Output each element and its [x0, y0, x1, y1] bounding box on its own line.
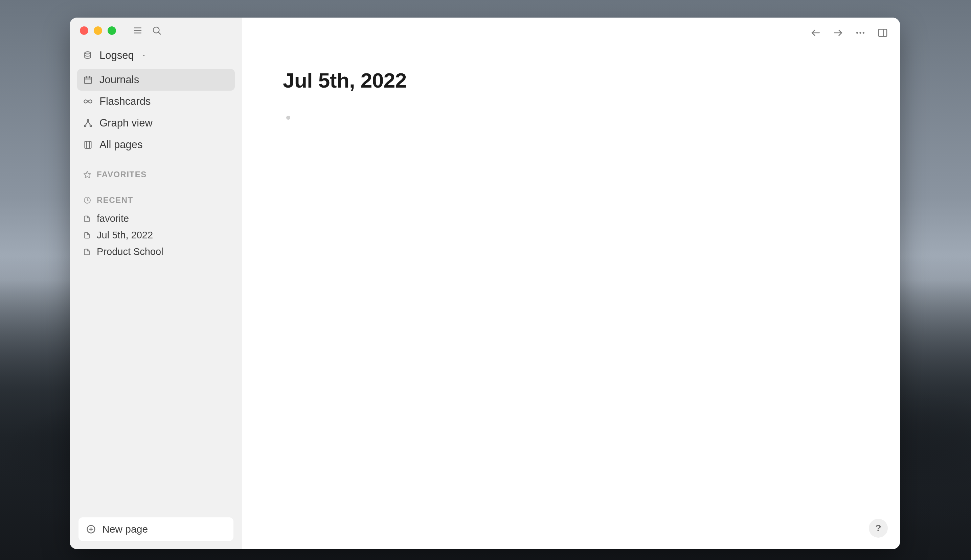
page-icon: [83, 215, 92, 223]
nav-item-journals[interactable]: Journals: [77, 69, 235, 91]
main-pane: Jul 5th, 2022 ?: [242, 18, 900, 549]
favorites-header-label: FAVORITES: [97, 170, 147, 179]
clock-icon: [83, 196, 92, 204]
pages-icon: [83, 140, 93, 150]
chevron-down-icon: [141, 52, 147, 58]
window-close-button[interactable]: [80, 27, 88, 35]
recent-list: favorite Jul 5th, 2022 Product School: [70, 208, 242, 260]
nav-item-label: All pages: [100, 138, 143, 151]
database-icon: [83, 51, 94, 60]
top-right-controls: [809, 27, 889, 39]
nav-back-button[interactable]: [809, 27, 822, 39]
nav-item-graph[interactable]: Graph view: [77, 112, 235, 134]
bullet-icon[interactable]: [286, 116, 290, 120]
nav-item-label: Journals: [100, 74, 139, 86]
sidebar: Logseq Journals Flashcards: [70, 18, 242, 549]
svg-rect-26: [879, 29, 887, 36]
more-menu-button[interactable]: [854, 27, 867, 39]
graph-name: Logseq: [100, 49, 134, 62]
star-icon: [83, 170, 92, 178]
page-title[interactable]: Jul 5th, 2022: [283, 68, 859, 92]
svg-line-4: [158, 32, 161, 35]
new-page-button[interactable]: New page: [78, 517, 234, 541]
calendar-icon: [83, 75, 93, 85]
nav-item-label: Flashcards: [100, 95, 151, 108]
svg-point-23: [856, 32, 858, 33]
svg-point-5: [85, 52, 90, 54]
recent-item[interactable]: Product School: [83, 243, 235, 260]
svg-rect-6: [85, 77, 92, 83]
nav-item-all-pages[interactable]: All pages: [77, 134, 235, 155]
nav-forward-button[interactable]: [832, 27, 844, 39]
svg-marker-16: [84, 171, 91, 178]
recent-item[interactable]: favorite: [83, 210, 235, 227]
window-maximize-button[interactable]: [108, 27, 116, 35]
plus-circle-icon: [86, 524, 96, 534]
svg-line-13: [85, 121, 88, 125]
page-content: Jul 5th, 2022: [242, 18, 900, 123]
page-icon: [83, 232, 92, 239]
block-input[interactable]: [296, 112, 300, 123]
svg-rect-15: [86, 142, 89, 148]
recent-item-label: Product School: [97, 246, 164, 257]
hamburger-icon[interactable]: [132, 24, 144, 37]
graph-icon: [83, 118, 93, 128]
new-page-label: New page: [102, 523, 148, 535]
favorites-header[interactable]: FAVORITES: [70, 163, 242, 183]
titlebar: [70, 18, 242, 43]
block-row[interactable]: [286, 112, 859, 123]
nav-item-label: Graph view: [100, 117, 153, 129]
svg-point-25: [863, 32, 864, 33]
recent-item-label: Jul 5th, 2022: [97, 230, 153, 241]
svg-point-24: [859, 32, 861, 33]
recent-item-label: favorite: [97, 213, 129, 224]
traffic-lights: [80, 27, 116, 35]
search-icon[interactable]: [150, 24, 163, 37]
recent-header[interactable]: RECENT: [70, 189, 242, 208]
help-button[interactable]: ?: [869, 519, 888, 538]
primary-nav: Journals Flashcards Graph view All pages: [70, 68, 242, 157]
toggle-right-sidebar-button[interactable]: [876, 27, 889, 39]
recent-header-label: RECENT: [97, 195, 133, 205]
help-label: ?: [875, 523, 881, 533]
app-window: Logseq Journals Flashcards: [70, 18, 900, 549]
svg-line-14: [88, 121, 90, 125]
nav-item-flashcards[interactable]: Flashcards: [77, 91, 235, 112]
graph-selector[interactable]: Logseq: [70, 45, 242, 66]
window-minimize-button[interactable]: [94, 27, 102, 35]
infinity-icon: [83, 97, 93, 106]
recent-item[interactable]: Jul 5th, 2022: [83, 227, 235, 243]
page-icon: [83, 248, 92, 256]
